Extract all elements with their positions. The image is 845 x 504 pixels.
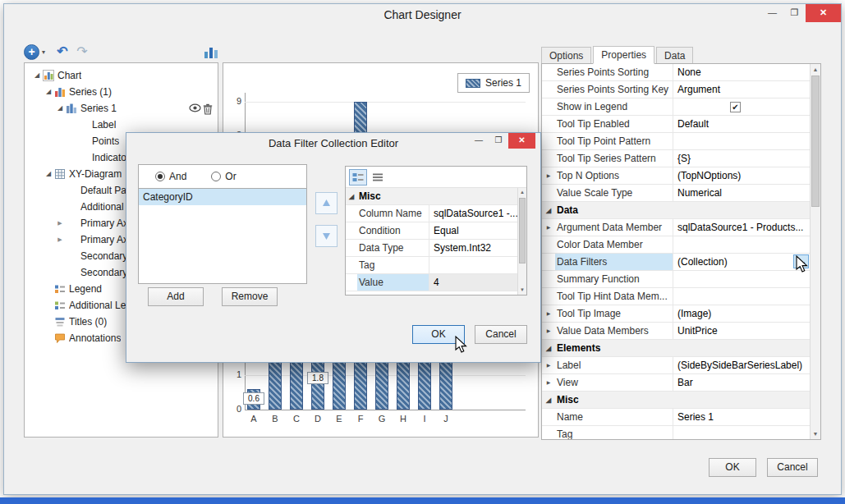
redo-button[interactable]: ↷: [73, 44, 91, 60]
undo-button[interactable]: ↶: [53, 44, 71, 60]
property-row-view[interactable]: ▶ViewBar: [542, 374, 810, 392]
row-expander-icon[interactable]: ▶: [542, 357, 555, 373]
row-expander-icon[interactable]: ▶: [542, 374, 555, 391]
property-row-color-data-member[interactable]: Color Data Member: [542, 236, 810, 254]
filter-grid-toolbar: [346, 167, 526, 188]
tab-options[interactable]: Options: [541, 47, 591, 64]
dialog-close-button[interactable]: ✕: [508, 133, 535, 149]
add-circle-icon: +: [24, 44, 39, 60]
tree-item-chart[interactable]: ◢Chart: [25, 67, 218, 84]
expander-collapsed-icon[interactable]: ▶: [54, 215, 66, 231]
filter-grid-scrollbar[interactable]: ▲ ▼: [517, 188, 526, 295]
property-row-value-scale-type[interactable]: Value Scale TypeNumerical: [542, 185, 810, 202]
scroll-down-icon[interactable]: ▼: [811, 428, 820, 439]
category-expander-icon[interactable]: ◢: [346, 188, 357, 204]
dropdown-caret-icon: ▾: [42, 48, 45, 56]
eye-icon[interactable]: [189, 103, 201, 115]
property-row-tool-tip-series-pattern[interactable]: Tool Tip Series Pattern{S}: [542, 150, 810, 167]
filter-property-row-misc[interactable]: ◢Misc: [346, 188, 517, 205]
property-value: ✔: [673, 99, 810, 115]
close-button[interactable]: ✕: [806, 4, 841, 22]
category-expander-icon[interactable]: ◢: [542, 392, 555, 408]
property-row-series-points-sorting[interactable]: Series Points SortingNone: [542, 64, 810, 81]
ok-button[interactable]: OK: [709, 458, 756, 477]
row-expander-icon[interactable]: ▶: [542, 219, 555, 236]
remove-filter-button[interactable]: Remove: [222, 287, 278, 306]
scrollbar-thumb[interactable]: [519, 198, 526, 263]
add-filter-button[interactable]: Add: [148, 287, 204, 306]
property-row-argument-data-member[interactable]: ▶Argument Data MembersqlDataSource1 - Pr…: [542, 219, 810, 236]
tree-item-label[interactable]: Label: [25, 117, 218, 133]
expander-collapsed-icon[interactable]: ▶: [54, 231, 66, 248]
trash-icon[interactable]: [203, 103, 215, 115]
property-label: Elements: [555, 340, 810, 356]
categorized-view-button[interactable]: [349, 169, 367, 186]
scrollbar-thumb[interactable]: [811, 76, 820, 207]
property-label: Tag: [555, 426, 673, 440]
tree-item-series-1[interactable]: ◢Series 1: [25, 100, 218, 117]
property-row-name[interactable]: NameSeries 1: [542, 409, 810, 426]
maximize-button[interactable]: ❐: [783, 4, 806, 22]
titlebar[interactable]: Chart Designer — ❐ ✕: [4, 4, 841, 27]
property-row-elements[interactable]: ◢Elements: [542, 340, 810, 357]
filter-property-row-value[interactable]: Value4: [346, 274, 517, 291]
property-row-tool-tip-image[interactable]: ▶Tool Tip Image(Image): [542, 305, 810, 323]
dialog-minimize-button[interactable]: —: [469, 133, 489, 149]
filter-property-row-tag[interactable]: Tag: [346, 257, 517, 274]
property-value: (SideBySideBarSeriesLabel): [673, 357, 810, 373]
category-expander-icon[interactable]: ◢: [542, 202, 555, 218]
property-row-misc[interactable]: ◢Misc: [542, 392, 810, 409]
tab-data[interactable]: Data: [656, 47, 693, 64]
properties-scrollbar[interactable]: ▲ ▼: [810, 64, 820, 439]
category-expander-icon[interactable]: ◢: [542, 340, 555, 356]
dialog-maximize-button[interactable]: ❐: [489, 133, 508, 149]
property-row-series-points-sorting-key[interactable]: Series Points Sorting KeyArgument: [542, 81, 810, 99]
property-row-show-in-legend[interactable]: Show in Legend✔: [542, 99, 810, 116]
expander-expanded-icon[interactable]: ◢: [43, 84, 54, 100]
scroll-down-icon[interactable]: ▼: [518, 286, 526, 295]
row-expander-icon[interactable]: ▶: [542, 305, 555, 322]
expander-expanded-icon[interactable]: ◢: [31, 67, 43, 84]
property-row-summary-function[interactable]: Summary Function: [542, 271, 810, 288]
property-row-tool-tip-point-pattern[interactable]: Tool Tip Point Pattern: [542, 133, 810, 150]
dialog-cancel-button[interactable]: Cancel: [475, 325, 527, 344]
expander-expanded-icon[interactable]: ◢: [54, 100, 66, 117]
property-row-top-n-options[interactable]: ▶Top N Options(TopNOptions): [542, 167, 810, 185]
property-row-data[interactable]: ◢Data: [542, 202, 810, 219]
alphabetical-view-button[interactable]: [369, 169, 387, 186]
tab-properties[interactable]: Properties: [593, 46, 654, 64]
gutter-spacer: [346, 274, 357, 291]
scroll-up-icon[interactable]: ▲: [811, 64, 820, 75]
dialog-titlebar[interactable]: Data Filter Collection Editor — ❐ ✕: [126, 133, 540, 155]
property-row-value-data-members[interactable]: ▶Value Data MembersUnitPrice: [542, 323, 810, 340]
expander-expanded-icon[interactable]: ◢: [43, 166, 54, 182]
minimize-button[interactable]: —: [761, 4, 783, 22]
and-radio[interactable]: And: [155, 171, 186, 182]
filter-property-value: sqlDataSource1 -...: [429, 205, 517, 222]
undo-icon: ↶: [57, 44, 67, 58]
x-axis-category-label: G: [375, 414, 388, 424]
row-expander-icon[interactable]: ▶: [542, 323, 555, 339]
filter-property-row-data-type[interactable]: Data TypeSystem.Int32: [346, 240, 517, 257]
property-label: Show in Legend: [555, 99, 673, 115]
property-row-tool-tip-hint-data-mem[interactable]: Tool Tip Hint Data Mem...: [542, 288, 810, 305]
filter-property-row-column-name[interactable]: Column NamesqlDataSource1 -...: [346, 205, 517, 222]
filter-property-label: Misc: [357, 188, 429, 204]
row-expander-icon[interactable]: ▶: [542, 167, 555, 184]
property-row-tool-tip-enabled[interactable]: Tool Tip EnabledDefault: [542, 116, 810, 133]
checkbox-checked-icon[interactable]: ✔: [730, 102, 741, 112]
tree-item-series-1[interactable]: ◢Series (1): [25, 84, 218, 100]
y-axis-tick-label: 0: [223, 404, 241, 414]
maximize-icon: ❐: [791, 7, 799, 17]
add-chart-element-button[interactable]: + ▾: [24, 44, 45, 60]
filter-property-row-condition[interactable]: ConditionEqual: [346, 222, 517, 240]
or-radio[interactable]: Or: [211, 171, 236, 182]
property-row-label[interactable]: ▶Label(SideBySideBarSeriesLabel): [542, 357, 810, 374]
move-up-button[interactable]: [315, 192, 338, 214]
scroll-up-icon[interactable]: ▲: [518, 188, 526, 197]
property-row-data-filters[interactable]: Data Filters(Collection)…: [542, 254, 810, 271]
move-down-button[interactable]: [315, 225, 338, 247]
property-row-tag[interactable]: Tag: [542, 426, 810, 440]
cancel-button[interactable]: Cancel: [767, 458, 818, 477]
filter-list-item-categoryid[interactable]: CategoryID: [139, 189, 306, 205]
